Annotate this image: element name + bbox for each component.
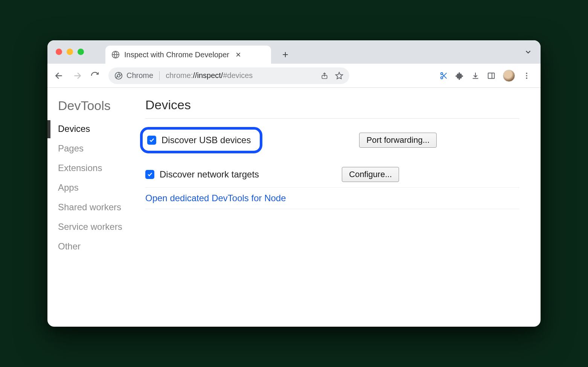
profile-avatar[interactable] xyxy=(503,70,515,82)
main-panel: Devices Discover USB devices Port forwar… xyxy=(145,88,541,327)
nav-controls xyxy=(54,71,99,81)
omnibox[interactable]: Chrome chrome://inspect/#devices xyxy=(108,67,349,84)
port-forwarding-button[interactable]: Port forwarding... xyxy=(359,133,437,148)
toolbar-right xyxy=(440,70,534,82)
toolbar: Chrome chrome://inspect/#devices xyxy=(47,64,541,88)
new-tab-button[interactable] xyxy=(278,47,293,62)
share-icon[interactable] xyxy=(321,72,328,80)
sidebar-active-indicator xyxy=(47,120,50,138)
omnibox-scheme-label: Chrome xyxy=(126,71,153,80)
row-network: Discover network targets Configure... xyxy=(145,162,519,188)
forward-icon[interactable] xyxy=(72,71,82,81)
extensions-icon[interactable] xyxy=(455,72,464,80)
configure-button[interactable]: Configure... xyxy=(342,167,399,182)
sidebar-item-extensions[interactable]: Extensions xyxy=(58,163,145,173)
back-icon[interactable] xyxy=(54,71,64,81)
sidebar-menu: Devices Pages Extensions Apps Shared wor… xyxy=(58,124,145,252)
omnibox-divider xyxy=(159,71,160,80)
label-discover-usb: Discover USB devices xyxy=(161,135,251,145)
download-icon[interactable] xyxy=(471,72,480,80)
browser-window: Inspect with Chrome Developer xyxy=(47,40,541,327)
minimize-window-icon[interactable] xyxy=(67,49,73,55)
checkbox-discover-network[interactable] xyxy=(145,170,154,179)
sidebar-item-apps[interactable]: Apps xyxy=(58,182,145,193)
reload-icon[interactable] xyxy=(90,71,99,80)
svg-point-4 xyxy=(441,72,443,75)
tab-title: Inspect with Chrome Developer xyxy=(124,50,229,59)
menu-dots-icon[interactable] xyxy=(522,72,531,80)
sidebar-item-service-workers[interactable]: Service workers xyxy=(58,222,145,232)
page-content: DevTools Devices Pages Extensions Apps S… xyxy=(47,88,541,327)
page-heading: Devices xyxy=(145,98,519,112)
panel-icon[interactable] xyxy=(487,72,495,80)
svg-point-9 xyxy=(526,77,527,79)
sidebar-brand: DevTools xyxy=(58,98,145,113)
close-window-icon[interactable] xyxy=(56,49,62,55)
bookmark-star-icon[interactable] xyxy=(335,72,343,80)
highlight-usb-option: Discover USB devices xyxy=(140,127,262,153)
row-usb: Discover USB devices Port forwarding... xyxy=(145,125,519,162)
label-discover-network: Discover network targets xyxy=(160,169,259,180)
heading-divider xyxy=(145,118,519,119)
svg-point-7 xyxy=(526,72,527,74)
svg-point-5 xyxy=(441,76,443,79)
sidebar-item-shared-workers[interactable]: Shared workers xyxy=(58,202,145,213)
browser-tab[interactable]: Inspect with Chrome Developer xyxy=(105,46,271,64)
group-network: Discover network targets xyxy=(145,169,303,180)
tab-bar: Inspect with Chrome Developer xyxy=(47,40,541,64)
sidebar-item-devices[interactable]: Devices xyxy=(58,124,145,134)
svg-point-8 xyxy=(526,75,527,76)
window-controls xyxy=(56,49,84,55)
sidebar: DevTools Devices Pages Extensions Apps S… xyxy=(47,88,145,327)
sidebar-item-other[interactable]: Other xyxy=(58,241,145,252)
close-tab-icon[interactable] xyxy=(234,52,243,58)
scissors-icon[interactable] xyxy=(440,72,448,80)
checkbox-discover-usb[interactable] xyxy=(147,136,156,145)
open-node-devtools-link[interactable]: Open dedicated DevTools for Node xyxy=(145,193,286,203)
svg-rect-6 xyxy=(488,73,495,78)
chrome-icon xyxy=(114,72,123,80)
maximize-window-icon[interactable] xyxy=(78,49,84,55)
row-node-link: Open dedicated DevTools for Node xyxy=(145,188,519,209)
globe-icon xyxy=(111,50,120,59)
omnibox-url: chrome://inspect/#devices xyxy=(166,71,253,80)
tabs-dropdown-icon[interactable] xyxy=(524,48,532,56)
sidebar-item-pages[interactable]: Pages xyxy=(58,143,145,154)
